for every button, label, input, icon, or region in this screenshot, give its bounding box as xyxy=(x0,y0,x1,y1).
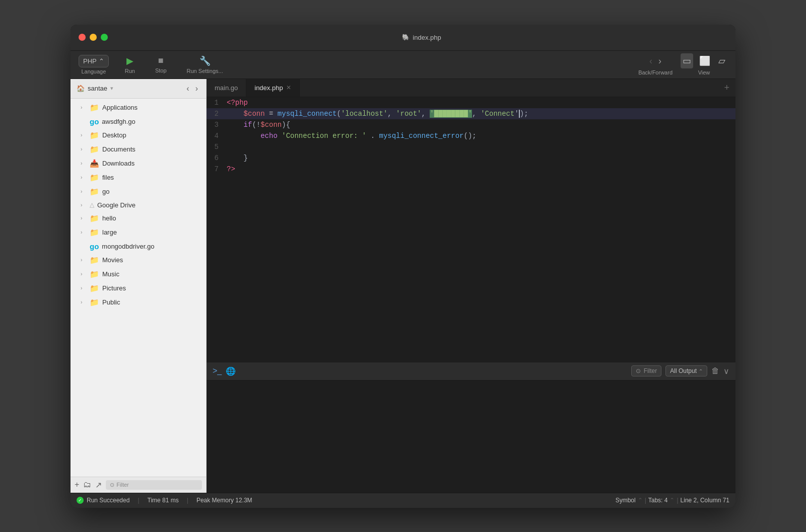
main-window: 🐘 index.php PHP ⌃ Language ▶ Run ■ Stop … xyxy=(71,25,735,508)
success-icon xyxy=(77,497,84,504)
sidebar-item-mongodbdriver[interactable]: go mongodbdriver.go xyxy=(71,240,206,253)
titlebar: 🐘 index.php xyxy=(71,25,735,51)
sidebar-item-public[interactable]: › 📁 Public xyxy=(71,295,206,310)
space xyxy=(278,132,282,140)
line-content-3: if(!$conn){ xyxy=(227,119,735,130)
expand-icon: › xyxy=(81,230,87,235)
expand-icon: › xyxy=(81,215,87,221)
split-view-button[interactable]: ⬜ xyxy=(697,53,712,68)
sidebar-item-go[interactable]: › 📁 go xyxy=(71,185,206,199)
sidebar-item-large[interactable]: › 📁 large xyxy=(71,225,206,240)
output-filter-label: Filter xyxy=(644,367,657,374)
main-content: 🏠 santae ▾ ‹ › › 📁 Applications xyxy=(71,79,735,493)
titlebar-center: 🐘 index.php xyxy=(116,34,727,41)
language-selector[interactable]: PHP ⌃ xyxy=(79,55,109,67)
sidebar-item-google-drive[interactable]: › △ Google Drive xyxy=(71,199,206,211)
go-file-icon: go xyxy=(90,242,99,251)
line-content-7: ?> xyxy=(227,164,735,175)
sidebar-item-awsdfgh[interactable]: go awsdfgh.go xyxy=(71,115,206,128)
tabs-selector[interactable]: Tabs: 4 xyxy=(648,497,668,504)
output-filter[interactable]: ⊙ Filter xyxy=(631,365,662,376)
window-title: 🐘 index.php xyxy=(402,34,441,41)
str-root: 'root' xyxy=(396,110,421,118)
code-line-4: 4 echo 'Connection error: ' . mysqli_con… xyxy=(207,130,735,141)
output-chevron-button[interactable]: ∨ xyxy=(723,366,729,376)
sidebar-item-label: large xyxy=(102,229,117,236)
sidebar-item-hello[interactable]: › 📁 hello xyxy=(71,211,206,225)
terminal-icon[interactable]: >_ xyxy=(213,366,222,375)
sidebar-item-applications[interactable]: › 📁 Applications xyxy=(71,101,206,115)
line-content-2: $conn = mysqli_connect('localhost', 'roo… xyxy=(227,108,735,119)
editor-only-button[interactable]: ▱ xyxy=(716,53,727,68)
folder-icon: 📁 xyxy=(90,214,99,223)
sidebar-item-desktop[interactable]: › 📁 Desktop xyxy=(71,128,206,142)
sidebar-item-downloads[interactable]: › 📥 Downloads xyxy=(71,157,206,171)
run-settings-button[interactable]: 🔧 Run Settings... xyxy=(183,53,227,76)
folder-icon: 📁 xyxy=(90,228,99,237)
add-tab-button[interactable]: + xyxy=(718,79,735,97)
add-button[interactable]: + xyxy=(75,480,79,489)
sidebar-filter[interactable]: ⊙ Filter xyxy=(106,480,202,490)
line-number-3: 3 xyxy=(207,119,227,130)
line-number-2: 2 xyxy=(207,108,227,119)
sidebar-item-documents[interactable]: › 📁 Documents xyxy=(71,142,206,157)
close-button[interactable] xyxy=(79,34,86,41)
view-controls: ▭ ⬜ ▱ xyxy=(681,53,727,68)
sidebar-item-label: Downloads xyxy=(102,160,135,167)
run-button[interactable]: ▶ Run xyxy=(121,53,139,76)
line-number-6: 6 xyxy=(207,153,227,164)
run-icon: ▶ xyxy=(126,55,133,66)
line-number-7: 7 xyxy=(207,164,227,175)
str-password: '████████' xyxy=(430,110,472,118)
expand-icon: › xyxy=(81,202,87,208)
globe-icon[interactable]: 🌐 xyxy=(226,366,236,376)
tab-index-php[interactable]: index.php ✕ xyxy=(246,79,299,97)
line-content-6: } xyxy=(227,153,735,164)
sidebar-item-pictures[interactable]: › 📁 Pictures xyxy=(71,281,206,295)
forward-button[interactable]: › xyxy=(656,54,663,68)
sidebar-title[interactable]: 🏠 santae ▾ xyxy=(77,85,113,92)
close-paren: ); xyxy=(520,110,528,118)
call-parens: (); xyxy=(464,132,477,140)
status-sep-1: | xyxy=(645,497,646,504)
brace-close: } xyxy=(244,154,248,162)
traffic-lights xyxy=(79,34,108,41)
tab-main-go-label: main.go xyxy=(215,84,238,92)
output-toolbar: >_ 🌐 ⊙ Filter All Output ⌃ 🗑 ∨ xyxy=(207,362,735,381)
clear-output-button[interactable]: 🗑 xyxy=(711,366,719,375)
maximize-button[interactable] xyxy=(101,34,108,41)
sidebar-item-movies[interactable]: › 📁 Movies xyxy=(71,253,206,267)
stop-button[interactable]: ■ Stop xyxy=(151,53,171,75)
back-button[interactable]: ‹ xyxy=(647,54,654,68)
minimize-button[interactable] xyxy=(90,34,97,41)
cursor: ' xyxy=(514,110,519,118)
symbol-selector[interactable]: Symbol xyxy=(616,497,636,504)
new-folder-button[interactable]: 🗂 xyxy=(83,480,91,489)
str-conn-error: 'Connection error: ' xyxy=(282,132,366,140)
expand-icon: › xyxy=(81,271,87,277)
sidebar-item-music[interactable]: › 📁 Music xyxy=(71,267,206,281)
code-line-6: 6 } xyxy=(207,153,735,164)
output-type-label: All Output xyxy=(670,367,697,374)
sidebar-item-files[interactable]: › 📁 files xyxy=(71,171,206,185)
home-folder-icon: 🏠 xyxy=(77,85,85,92)
folder-icon: 📁 xyxy=(90,256,99,265)
go-file-icon: go xyxy=(90,117,99,126)
sidebar-view-button[interactable]: ▭ xyxy=(681,53,693,68)
status-bar: Run Succeeded | Time 81 ms | Peak Memory… xyxy=(71,493,735,508)
expand-icon: › xyxy=(81,257,87,263)
sidebar-item-label: Music xyxy=(102,270,119,278)
code-editor[interactable]: 1 <?php 2 $conn = mysqli_connect('localh… xyxy=(207,97,735,362)
toolbar: PHP ⌃ Language ▶ Run ■ Stop 🔧 Run Settin… xyxy=(71,51,735,79)
line-col-indicator[interactable]: Line 2, Column 71 xyxy=(681,497,729,504)
brace-open: ){ xyxy=(282,121,290,129)
language-group: PHP ⌃ Language xyxy=(79,55,109,74)
sidebar-forward-button[interactable]: › xyxy=(193,83,200,94)
comma2: , xyxy=(422,110,430,118)
sidebar-back-button[interactable]: ‹ xyxy=(184,83,191,94)
tab-close-icon[interactable]: ✕ xyxy=(286,84,291,91)
open-external-button[interactable]: ↗ xyxy=(95,480,102,490)
line-number-5: 5 xyxy=(207,141,227,153)
output-type-selector[interactable]: All Output ⌃ xyxy=(665,365,707,376)
tab-main-go[interactable]: main.go xyxy=(207,79,246,97)
